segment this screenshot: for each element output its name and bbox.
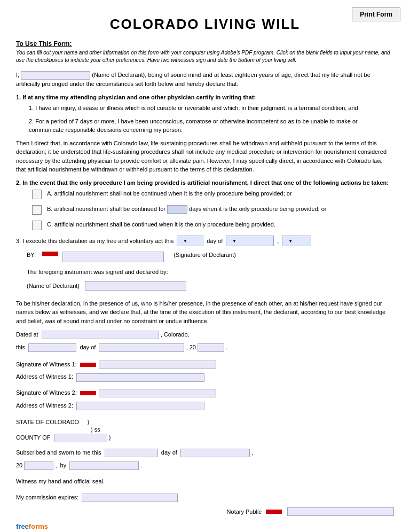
this-day-row: this day of , 20 . bbox=[16, 342, 394, 353]
subscribed-year-row: 20 , by . bbox=[16, 460, 394, 471]
foregoing-text: The foregoing instrument was signed and … bbox=[27, 268, 394, 277]
checkbox-b[interactable] bbox=[32, 205, 42, 215]
name-declarant-input[interactable] bbox=[85, 281, 186, 291]
notary-sig-input[interactable] bbox=[287, 507, 394, 516]
checkbox-a[interactable] bbox=[32, 190, 42, 199]
state-row: STATE OF COLORADO ) bbox=[16, 419, 394, 425]
notary-public-label: Notary Public bbox=[227, 508, 262, 515]
checkbox-c-text: C. artificial nourishment shall be conti… bbox=[47, 220, 394, 229]
subscribed-year-input[interactable] bbox=[24, 461, 53, 470]
year-dropdown[interactable]: ▼ bbox=[282, 236, 311, 246]
sig-w1-indicator bbox=[80, 363, 96, 367]
dated-at-row: Dated at , Colorado, bbox=[16, 330, 394, 340]
county-row: COUNTY OF ) bbox=[16, 434, 394, 442]
year-input[interactable] bbox=[198, 343, 224, 352]
day-dropdown[interactable]: ▼ bbox=[177, 236, 203, 246]
section1-header: 1. If at any time my attending physician… bbox=[16, 93, 394, 102]
addr-witness2-input[interactable] bbox=[76, 402, 204, 410]
days-input[interactable] bbox=[167, 205, 187, 214]
execute-row: 3. I execute this declaration as my free… bbox=[16, 236, 394, 246]
use-form-note: You can fill out your name and other inf… bbox=[16, 49, 394, 64]
this-day-input[interactable] bbox=[28, 343, 76, 352]
witness-hand-text: Witness my hand and official seal. bbox=[16, 477, 394, 486]
brand-free: free bbox=[16, 522, 29, 530]
checkbox-a-row: A. artificial nourishment shall not be c… bbox=[32, 189, 394, 199]
subscribed-by-input[interactable] bbox=[69, 461, 139, 470]
sig-witness1-input[interactable] bbox=[99, 361, 216, 369]
commission-row: My commission expires: bbox=[16, 492, 394, 503]
section2-header: 2. In the event that the only procedure … bbox=[16, 178, 394, 187]
then-paragraph: Then I direct that, in accordance with C… bbox=[16, 139, 394, 174]
month-dropdown[interactable]: ▼ bbox=[226, 236, 274, 246]
county-input[interactable] bbox=[54, 434, 107, 442]
subscribed-month-input[interactable] bbox=[180, 449, 250, 457]
brand-forms: forms bbox=[29, 522, 48, 530]
sub1b-text: 2. For a period of 7 days or more, I hav… bbox=[29, 117, 394, 135]
brand-footer: freeforms bbox=[16, 522, 394, 530]
sub1a-text: 1. I have an injury, disease or illness … bbox=[29, 104, 394, 113]
checkbox-b-row: B. artificial nourishment shall be conti… bbox=[32, 205, 394, 215]
signature-declarant-row: BY: (Signature of Declarant) bbox=[27, 252, 394, 262]
by-label: BY: bbox=[27, 252, 36, 258]
witness-paragraph: To be his/her declaration, in the presen… bbox=[16, 299, 394, 326]
sig-declarant-label: (Signature of Declarant) bbox=[174, 252, 236, 258]
sig-w2-indicator bbox=[80, 391, 96, 395]
notary-sig-indicator bbox=[266, 510, 282, 514]
sig-witness2-row: Signature of Witness 2: bbox=[16, 388, 394, 398]
addr-witness2-row: Address of Witness 2: bbox=[16, 401, 394, 411]
intro-paragraph: I, (Name of Declarant), being of sound m… bbox=[16, 71, 394, 89]
name-declarant-row: (Name of Declarant) bbox=[27, 281, 394, 291]
subscribed-day-input[interactable] bbox=[105, 449, 158, 457]
addr-witness1-row: Address of Witness 1: bbox=[16, 372, 394, 382]
name-declarant-label: (Name of Declarant) bbox=[27, 283, 80, 289]
notary-row: Notary Public bbox=[16, 507, 394, 516]
commission-expires-input[interactable] bbox=[82, 494, 178, 502]
dated-at-input[interactable] bbox=[42, 331, 159, 339]
use-form-heading: To Use This Form: bbox=[16, 40, 394, 48]
declarant-name-input[interactable] bbox=[21, 71, 90, 80]
checkbox-a-text: A. artificial nourishment shall not be c… bbox=[47, 189, 394, 198]
checkbox-c[interactable] bbox=[32, 221, 42, 230]
sig-red-indicator bbox=[42, 252, 58, 256]
sig-witness1-row: Signature of Witness 1: bbox=[16, 359, 394, 370]
sig-declarant-input[interactable] bbox=[62, 252, 164, 262]
addr-witness1-input[interactable] bbox=[76, 373, 204, 382]
day-of-input[interactable] bbox=[99, 343, 184, 352]
print-button[interactable]: Print Form bbox=[352, 7, 400, 21]
subscribed-row: Subscribed and sworn to me this day of , bbox=[16, 448, 394, 458]
checkbox-b-text: B. artificial nourishment shall be conti… bbox=[47, 205, 394, 214]
checkbox-c-row: C. artificial nourishment shall be conti… bbox=[32, 220, 394, 230]
sig-witness2-input[interactable] bbox=[99, 389, 216, 397]
page-title: COLORADO LIVING WILL bbox=[16, 16, 394, 33]
ss-row: ) ss bbox=[91, 426, 394, 433]
